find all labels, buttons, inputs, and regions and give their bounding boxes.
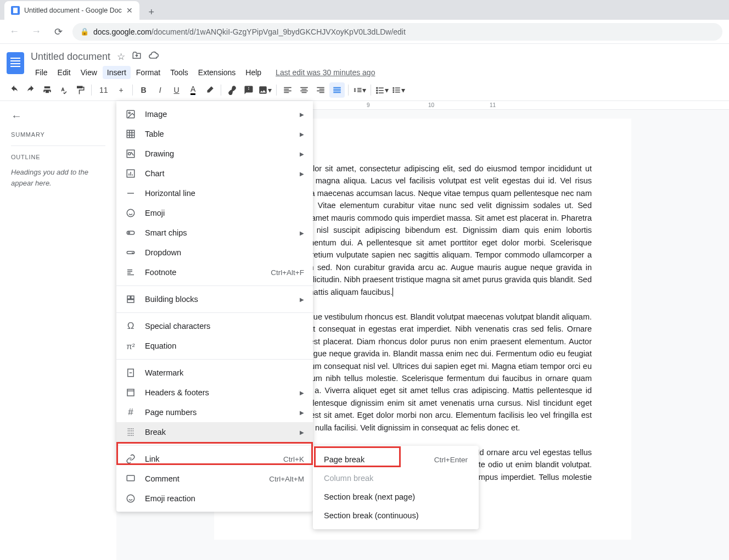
- svg-rect-15: [127, 300, 134, 303]
- insert-menu-item-headers-footers[interactable]: Headers & footers▶: [116, 383, 313, 402]
- insert-menu-item-page-numbers[interactable]: #Page numbers▶: [116, 402, 313, 422]
- font-size-increase[interactable]: +: [114, 82, 129, 98]
- cloud-status-icon[interactable]: [148, 50, 159, 64]
- reload-button[interactable]: ⟳: [51, 24, 66, 40]
- tab-strip: Untitled document - Google Doc ✕ +: [0, 0, 729, 20]
- menu-help[interactable]: Help: [241, 66, 266, 79]
- bold-button[interactable]: B: [136, 82, 152, 98]
- emoji2-icon: [125, 493, 136, 504]
- star-icon[interactable]: ☆: [117, 51, 125, 63]
- redo-button[interactable]: [23, 82, 38, 98]
- insert-menu-item-table[interactable]: Table▶: [116, 124, 313, 144]
- insert-menu-item-watermark[interactable]: Watermark: [116, 363, 313, 383]
- docs-logo-icon[interactable]: [4, 48, 26, 78]
- text-color-button[interactable]: A: [186, 82, 201, 98]
- svg-rect-17: [127, 389, 134, 396]
- highlight-button[interactable]: [202, 82, 217, 98]
- toolbar: 11 + B I U A ▾ ▾ ▾ ▾: [0, 79, 729, 101]
- last-edit-link[interactable]: Last edit was 30 minutes ago: [276, 68, 375, 77]
- line-spacing-button[interactable]: ▾: [352, 82, 367, 98]
- svg-rect-13: [127, 296, 130, 299]
- sidebar-back-button[interactable]: ←: [11, 110, 105, 122]
- insert-menu-dropdown: Image▶Table▶Drawing▶Chart▶Horizontal lin…: [116, 101, 313, 512]
- svg-rect-18: [127, 475, 134, 481]
- chevron-right-icon: ▶: [300, 410, 304, 416]
- outline-hint: Headings you add to the appear here.: [11, 167, 105, 188]
- italic-button[interactable]: I: [153, 82, 168, 98]
- align-left-button[interactable]: [280, 82, 295, 98]
- align-right-button[interactable]: [313, 82, 328, 98]
- submenu-item-page-break[interactable]: Page breakCtrl+Enter: [313, 450, 479, 469]
- insert-menu-item-link[interactable]: LinkCtrl+K: [116, 449, 313, 469]
- insert-menu-item-image[interactable]: Image▶: [116, 104, 313, 124]
- nav-forward-button[interactable]: →: [29, 24, 44, 40]
- menu-view[interactable]: View: [76, 66, 102, 79]
- undo-button[interactable]: [7, 82, 22, 98]
- menu-format[interactable]: Format: [132, 66, 165, 79]
- break-submenu: Page breakCtrl+EnterColumn breakSection …: [313, 446, 479, 529]
- checklist-button[interactable]: ▾: [374, 82, 390, 98]
- insert-menu-item-special-characters[interactable]: ΩSpecial characters: [116, 316, 313, 336]
- chevron-right-icon: ▶: [300, 131, 304, 137]
- align-justify-button[interactable]: [329, 82, 345, 98]
- insert-menu-item-smart-chips[interactable]: Smart chips▶: [116, 223, 313, 243]
- svg-point-0: [392, 87, 394, 88]
- svg-point-2: [392, 91, 394, 93]
- svg-point-19: [127, 495, 134, 502]
- insert-menu-item-chart[interactable]: Chart▶: [116, 164, 313, 183]
- underline-button[interactable]: U: [169, 82, 184, 98]
- chevron-right-icon: ▶: [300, 429, 304, 435]
- browser-tab[interactable]: Untitled document - Google Doc ✕: [4, 1, 139, 20]
- menu-edit[interactable]: Edit: [53, 66, 75, 79]
- insert-menu-item-building-blocks[interactable]: Building blocks▶: [116, 289, 313, 309]
- insert-menu-item-comment[interactable]: CommentCtrl+Alt+M: [116, 469, 313, 489]
- workspace: ← SUMMARY OUTLINE Headings you add to th…: [0, 101, 729, 560]
- svg-point-7: [128, 153, 131, 155]
- chevron-right-icon: ▶: [300, 171, 304, 177]
- insert-menu-item-drawing[interactable]: Drawing▶: [116, 144, 313, 164]
- chips-icon: [125, 227, 136, 238]
- print-button[interactable]: [40, 82, 55, 98]
- url-field[interactable]: 🔒 docs.google.com/document/d/1wANQkiI-Gz…: [72, 23, 722, 41]
- address-bar: ← → ⟳ 🔒 docs.google.com/document/d/1wANQ…: [0, 20, 729, 44]
- insert-menu-item-emoji[interactable]: Emoji: [116, 203, 313, 223]
- insert-link-button[interactable]: [225, 82, 240, 98]
- new-tab-button[interactable]: +: [144, 4, 159, 20]
- submenu-item-section-break-next-page-[interactable]: Section break (next page): [313, 488, 479, 506]
- docs-favicon-icon: [11, 6, 20, 15]
- insert-menu-item-break[interactable]: Break▶: [116, 422, 313, 442]
- insert-menu-item-horizontal-line[interactable]: Horizontal line: [116, 183, 313, 203]
- image-icon: [125, 109, 136, 120]
- font-size-input[interactable]: 11: [95, 86, 113, 94]
- dropdown-icon: [125, 247, 136, 258]
- chevron-right-icon: ▶: [300, 151, 304, 157]
- submenu-item-section-break-continuous-[interactable]: Section break (continuous): [313, 506, 479, 525]
- move-icon[interactable]: [132, 51, 142, 63]
- drawing-icon: [125, 148, 136, 159]
- bulleted-list-button[interactable]: ▾: [391, 82, 406, 98]
- svg-point-1: [392, 89, 394, 91]
- insert-comment-button[interactable]: [241, 82, 256, 98]
- paint-format-button[interactable]: [72, 82, 88, 98]
- document-title[interactable]: Untitled document: [31, 51, 110, 63]
- tab-close-icon[interactable]: ✕: [126, 6, 133, 15]
- insert-menu-item-emoji-reaction[interactable]: Emoji reaction: [116, 489, 313, 508]
- hash-icon: #: [125, 407, 136, 418]
- menu-file[interactable]: File: [31, 66, 52, 79]
- browser-chrome: Untitled document - Google Doc ✕ + ← → ⟳…: [0, 0, 729, 44]
- align-center-button[interactable]: [296, 82, 312, 98]
- footnote-icon: [125, 267, 136, 278]
- insert-menu-item-footnote[interactable]: FootnoteCtrl+Alt+F: [116, 262, 313, 282]
- menu-extensions[interactable]: Extensions: [194, 66, 240, 79]
- summary-heading: SUMMARY: [11, 131, 105, 138]
- menu-tools[interactable]: Tools: [166, 66, 193, 79]
- svg-rect-5: [127, 130, 134, 138]
- menubar: File Edit View Insert Format Tools Exten…: [31, 66, 720, 79]
- nav-back-button[interactable]: ←: [7, 24, 22, 40]
- insert-menu-item-equation[interactable]: π²Equation: [116, 336, 313, 356]
- menu-insert[interactable]: Insert: [103, 66, 131, 79]
- spellcheck-button[interactable]: [56, 82, 71, 98]
- svg-point-4: [128, 112, 130, 114]
- insert-image-button[interactable]: ▾: [257, 82, 273, 98]
- insert-menu-item-dropdown[interactable]: Dropdown: [116, 243, 313, 262]
